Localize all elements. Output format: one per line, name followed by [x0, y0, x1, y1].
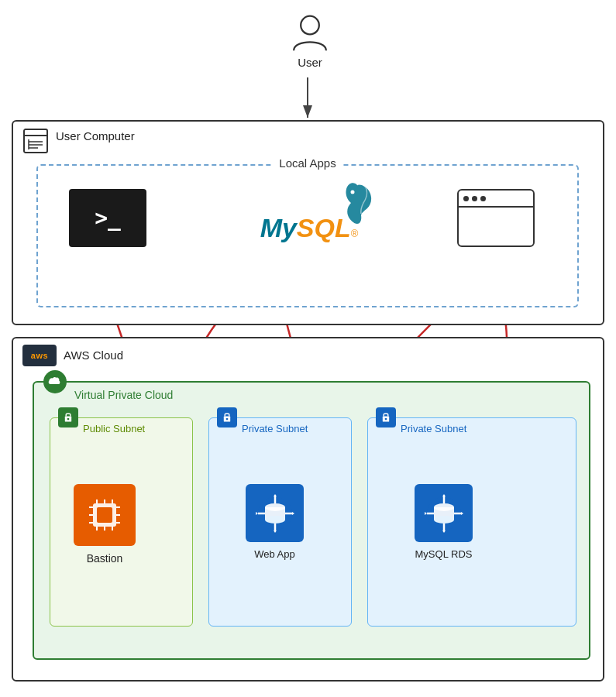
webapp-container: Web App	[246, 484, 304, 560]
private-subnet-2-label: Private Subnet	[401, 423, 466, 434]
svg-point-13	[67, 418, 70, 421]
user-section: User	[271, 14, 349, 69]
rds-icon	[415, 484, 473, 542]
terminal-prompt: >_	[95, 205, 121, 231]
lock-icon	[63, 412, 74, 423]
svg-point-33	[265, 516, 285, 524]
svg-marker-38	[256, 512, 258, 515]
svg-rect-15	[97, 507, 112, 523]
svg-marker-48	[425, 512, 427, 515]
private-subnet-1-lock-icon	[217, 407, 237, 427]
aws-cloud-label: AWS Cloud	[64, 348, 123, 362]
bastion-label: Bastion	[87, 552, 123, 565]
private-subnet-2-lock-icon	[376, 407, 396, 427]
svg-point-47	[434, 516, 454, 524]
rds-label: MySQL RDS	[415, 548, 473, 560]
user-computer-label: User Computer	[56, 129, 135, 142]
svg-point-4	[301, 16, 319, 35]
svg-rect-5	[24, 129, 47, 153]
aws-text: aws	[31, 351, 48, 360]
browser-dot-2	[472, 196, 477, 201]
mysql-text-blue: My	[260, 213, 297, 243]
svg-marker-41	[274, 530, 277, 533]
browser-dot-1	[463, 196, 469, 201]
svg-marker-39	[292, 512, 294, 515]
webapp-service-icon	[252, 490, 298, 537]
vpc-label: Virtual Private Cloud	[74, 389, 173, 401]
svg-point-43	[385, 418, 387, 421]
lock-icon-private-1	[222, 412, 232, 423]
cloud-icon	[48, 375, 62, 389]
bastion-icon	[74, 484, 136, 546]
user-computer-box: User Computer Local Apps >_ My SQL ®	[12, 120, 604, 325]
browser-icon	[457, 189, 535, 247]
user-label: User	[298, 56, 322, 69]
public-subnet-lock-icon	[58, 407, 78, 427]
webapp-label: Web App	[254, 548, 295, 560]
private-subnet-2: Private Subnet	[367, 417, 576, 627]
svg-marker-40	[274, 494, 277, 496]
terminal-icon: >_	[69, 189, 146, 247]
vpc-box: Virtual Private Cloud Public Subnet	[33, 381, 590, 660]
rds-service-icon	[421, 490, 467, 537]
local-apps-box: Local Apps >_ My SQL ®	[36, 164, 579, 307]
aws-cloud-box: aws AWS Cloud Virtual Private Cloud Publ…	[12, 337, 604, 682]
mysql-registered: ®	[351, 228, 359, 239]
ec2-bastion-icon	[81, 492, 128, 538]
browser-dot-3	[480, 196, 486, 201]
lock-icon-private-2	[380, 412, 391, 423]
user-icon	[291, 14, 329, 53]
public-subnet: Public Subnet	[50, 417, 193, 627]
private-subnet-1-label: Private Subnet	[242, 423, 308, 434]
aws-logo: aws	[22, 345, 57, 366]
browser-bar	[459, 191, 533, 208]
private-subnet-1: Private Subnet	[208, 417, 352, 627]
mysql-dolphin-icon	[340, 181, 375, 228]
local-apps-label: Local Apps	[273, 156, 342, 170]
bastion-container: Bastion	[74, 484, 136, 565]
svg-point-29	[226, 418, 229, 421]
public-subnet-label: Public Subnet	[83, 423, 145, 434]
mysql-area: My SQL ®	[239, 185, 379, 251]
rds-container: MySQL RDS	[415, 484, 473, 560]
vpc-cloud-icon	[43, 370, 67, 393]
computer-icon	[22, 128, 49, 154]
svg-marker-50	[442, 494, 446, 496]
svg-marker-49	[461, 512, 463, 515]
svg-marker-51	[442, 530, 446, 533]
webapp-icon	[246, 484, 304, 542]
svg-point-11	[351, 191, 355, 194]
